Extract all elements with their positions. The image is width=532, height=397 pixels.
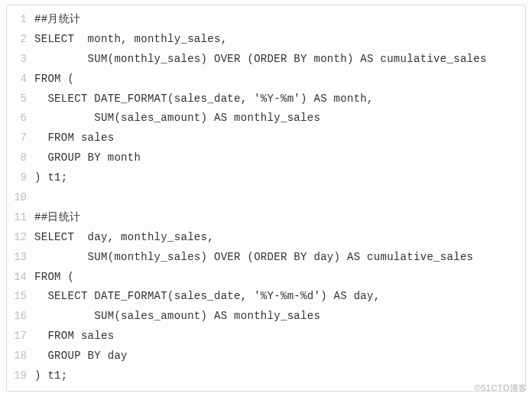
code-text: ##月统计 bbox=[34, 10, 80, 30]
code-line: 3 SUM(monthly_sales) OVER (ORDER BY mont… bbox=[7, 50, 525, 70]
code-text: GROUP BY day bbox=[34, 347, 128, 366]
line-number: 13 bbox=[7, 248, 34, 268]
code-line: 16 SUM(sales_amount) AS monthly_sales bbox=[7, 307, 525, 327]
code-text: SUM(monthly_sales) OVER (ORDER BY month)… bbox=[34, 50, 487, 70]
code-text: SUM(sales_amount) AS monthly_sales bbox=[34, 109, 320, 129]
line-number: 9 bbox=[7, 168, 34, 188]
code-text: SELECT day, monthly_sales, bbox=[34, 228, 214, 248]
code-line: 5 SELECT DATE_FORMAT(sales_date, '%Y-%m'… bbox=[7, 89, 525, 109]
code-line: 13 SUM(monthly_sales) OVER (ORDER BY day… bbox=[7, 248, 525, 268]
code-line: 17 FROM sales bbox=[7, 327, 525, 347]
code-line: 1 ##月统计 bbox=[7, 10, 525, 30]
line-number: 12 bbox=[7, 228, 34, 248]
code-text: ) t1; bbox=[34, 168, 68, 188]
line-number: 1 bbox=[7, 10, 34, 30]
code-text: ##日统计 bbox=[34, 208, 80, 228]
code-line: 8 GROUP BY month bbox=[7, 148, 525, 168]
code-line: 19 ) t1; bbox=[7, 366, 525, 386]
code-text: SELECT DATE_FORMAT(sales_date, '%Y-%m') … bbox=[34, 89, 374, 109]
line-number: 19 bbox=[7, 366, 34, 386]
line-number: 16 bbox=[7, 307, 34, 327]
line-number: 5 bbox=[7, 89, 34, 109]
code-line: 7 FROM sales bbox=[7, 129, 525, 148]
line-number: 6 bbox=[7, 109, 34, 129]
code-line: 12 SELECT day, monthly_sales, bbox=[7, 228, 525, 248]
line-number: 3 bbox=[7, 50, 34, 70]
code-line: 10 bbox=[7, 188, 525, 208]
watermark-text: ©51CTO博客 bbox=[475, 382, 527, 394]
code-text: SUM(monthly_sales) OVER (ORDER BY day) A… bbox=[34, 248, 473, 268]
line-number: 2 bbox=[7, 30, 34, 50]
code-line: 2 SELECT month, monthly_sales, bbox=[7, 30, 525, 50]
code-line: 18 GROUP BY day bbox=[7, 347, 525, 366]
code-text: GROUP BY month bbox=[34, 148, 141, 168]
code-text: FROM ( bbox=[34, 268, 74, 288]
code-line: 9 ) t1; bbox=[7, 168, 525, 188]
line-number: 18 bbox=[7, 347, 34, 366]
code-text: FROM sales bbox=[34, 129, 114, 148]
code-line: 15 SELECT DATE_FORMAT(sales_date, '%Y-%m… bbox=[7, 287, 525, 307]
code-line: 14 FROM ( bbox=[7, 268, 525, 288]
code-line: 6 SUM(sales_amount) AS monthly_sales bbox=[7, 109, 525, 129]
line-number: 14 bbox=[7, 268, 34, 288]
code-text: FROM ( bbox=[34, 70, 74, 89]
line-number: 8 bbox=[7, 148, 34, 168]
code-block: 1 ##月统计 2 SELECT month, monthly_sales, 3… bbox=[6, 5, 526, 392]
line-number: 17 bbox=[7, 327, 34, 347]
code-text: SUM(sales_amount) AS monthly_sales bbox=[34, 307, 320, 327]
line-number: 10 bbox=[7, 188, 34, 208]
code-text: ) t1; bbox=[34, 366, 68, 386]
code-line: 4 FROM ( bbox=[7, 70, 525, 89]
code-text: SELECT month, monthly_sales, bbox=[34, 30, 227, 50]
code-text: SELECT DATE_FORMAT(sales_date, '%Y-%m-%d… bbox=[34, 287, 380, 307]
code-text: FROM sales bbox=[34, 327, 114, 347]
line-number: 11 bbox=[7, 208, 34, 228]
line-number: 4 bbox=[7, 70, 34, 89]
line-number: 7 bbox=[7, 129, 34, 148]
code-line: 11 ##日统计 bbox=[7, 208, 525, 228]
line-number: 15 bbox=[7, 287, 34, 307]
